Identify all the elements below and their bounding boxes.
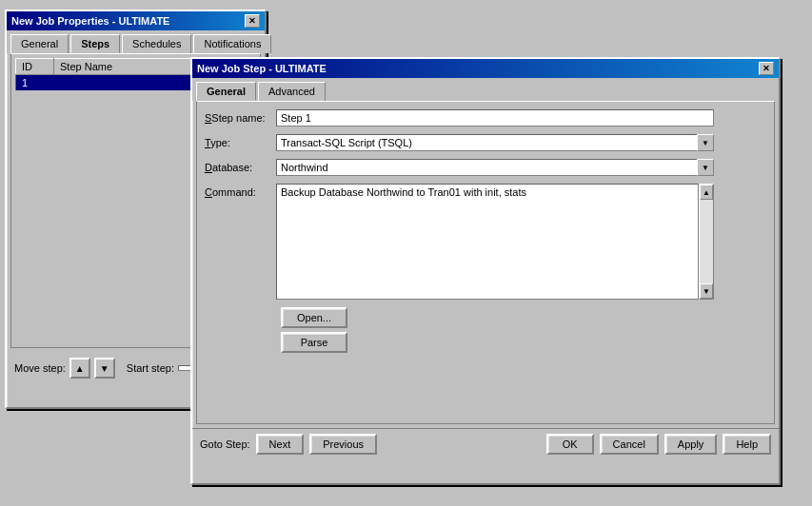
scrollbar-down-button[interactable]: ▼	[700, 283, 713, 299]
job-step-close-button[interactable]: ✕	[759, 62, 774, 75]
help-button[interactable]: Help	[723, 434, 771, 455]
database-row: Database: Northwind master model msdb te…	[205, 159, 766, 176]
database-select-wrapper: Northwind master model msdb tempdb ▼	[276, 159, 714, 176]
cancel-button[interactable]: Cancel	[600, 434, 659, 455]
goto-step-label: Goto Step:	[200, 438, 250, 450]
scrollbar-up-button[interactable]: ▲	[700, 185, 713, 200]
command-textarea[interactable]: Backup Database Northwind to Tran01 with…	[276, 184, 699, 300]
job-step-tab-bar: General Advanced	[192, 78, 779, 101]
type-select-wrapper: Transact-SQL Script (TSQL) Operating Sys…	[276, 134, 714, 151]
tab-notifications[interactable]: Notifications	[193, 34, 271, 53]
type-label: Type:	[205, 134, 276, 148]
job-properties-close-button[interactable]: ✕	[245, 14, 260, 28]
job-step-window: New Job Step - ULTIMATE ✕ General Advanc…	[190, 57, 781, 485]
scrollbar-track[interactable]	[700, 200, 713, 283]
job-properties-title: New Job Properties - ULTIMATE	[11, 15, 169, 27]
move-step-up-button[interactable]: ▲	[69, 358, 90, 379]
step-name-input[interactable]	[276, 109, 714, 126]
apply-button[interactable]: Apply	[664, 434, 718, 455]
move-step-label: Move step:	[14, 362, 66, 374]
start-step-label: Start step:	[127, 362, 174, 374]
tab-steps[interactable]: Steps	[70, 34, 120, 53]
step-name-row: SStep name:	[205, 109, 766, 126]
action-buttons: Open... Parse	[281, 307, 766, 353]
tab-step-advanced[interactable]: Advanced	[258, 82, 326, 101]
command-label: Command:	[205, 184, 276, 198]
job-step-title: New Job Step - ULTIMATE	[197, 63, 327, 74]
move-step-down-button[interactable]: ▼	[94, 358, 115, 379]
row-id: 1	[16, 75, 54, 91]
goto-step-bar: Goto Step: Next Previous OK Cancel Apply…	[192, 428, 779, 459]
job-step-tab-content: SStep name: Type: Transact-SQL Script (T…	[196, 101, 775, 424]
tab-step-general[interactable]: General	[196, 82, 256, 101]
tab-schedules[interactable]: Schedules	[122, 34, 191, 53]
command-scrollbar[interactable]: ▲ ▼	[699, 184, 714, 300]
job-properties-titlebar: New Job Properties - ULTIMATE ✕	[7, 11, 265, 30]
type-select[interactable]: Transact-SQL Script (TSQL) Operating Sys…	[276, 134, 714, 151]
open-button[interactable]: Open...	[281, 307, 347, 328]
step-name-label: SStep name:	[205, 109, 276, 124]
database-select[interactable]: Northwind master model msdb tempdb	[276, 159, 714, 176]
parse-button[interactable]: Parse	[281, 332, 347, 353]
previous-button[interactable]: Previous	[309, 434, 377, 455]
command-textarea-wrapper: Backup Database Northwind to Tran01 with…	[276, 184, 766, 300]
ok-button[interactable]: OK	[546, 434, 594, 455]
job-properties-tab-bar: General Steps Schedules Notifications	[7, 30, 265, 53]
next-button[interactable]: Next	[256, 434, 305, 455]
tab-general[interactable]: General	[10, 34, 69, 53]
command-row: Command: Backup Database Northwind to Tr…	[205, 184, 766, 300]
job-step-titlebar: New Job Step - ULTIMATE ✕	[192, 59, 779, 78]
col-id: ID	[16, 59, 54, 75]
database-label: Database:	[205, 159, 276, 173]
type-row: Type: Transact-SQL Script (TSQL) Operati…	[205, 134, 766, 151]
